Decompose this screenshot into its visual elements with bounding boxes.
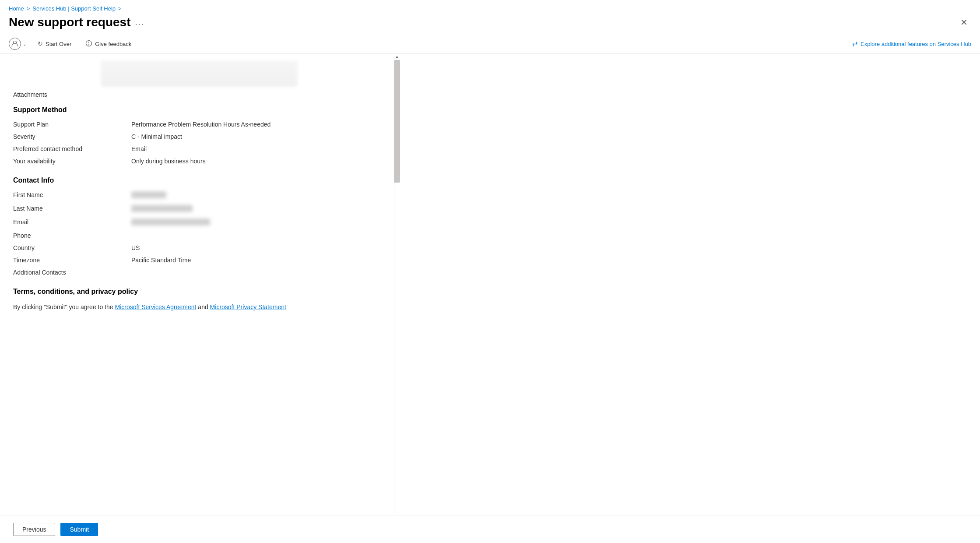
microsoft-services-agreement-link[interactable]: Microsoft Services Agreement	[115, 303, 197, 310]
phone-label: Phone	[13, 232, 131, 239]
submit-button[interactable]: Submit	[60, 523, 98, 536]
additional-contacts-row: Additional Contacts	[13, 269, 381, 276]
severity-row: Severity C - Minimal impact	[13, 133, 381, 140]
explore-services-link[interactable]: ⇄ Explore additional features on Service…	[852, 40, 971, 48]
contact-info-heading: Contact Info	[13, 176, 381, 184]
scrollbar-track[interactable]: ▲ ▼	[394, 54, 400, 527]
support-plan-value: Performance Problem Resolution Hours As-…	[131, 121, 270, 128]
start-over-button[interactable]: ↻ Start Over	[35, 39, 74, 49]
availability-value: Only during business hours	[131, 158, 206, 165]
terms-text: By clicking "Submit" you agree to the Mi…	[13, 303, 381, 312]
first-name-blurred	[131, 191, 166, 198]
scrollbar-thumb[interactable]	[394, 60, 400, 183]
svg-point-2	[88, 42, 89, 43]
page-title-ellipsis: ...	[135, 18, 144, 27]
scroll-up-button[interactable]: ▲	[394, 54, 400, 60]
country-label: Country	[13, 244, 131, 251]
first-name-row: First Name	[13, 191, 381, 200]
last-name-row: Last Name	[13, 205, 381, 213]
phone-row: Phone	[13, 232, 381, 239]
timezone-value: Pacific Standard Time	[131, 257, 191, 264]
footer: Previous Submit	[0, 515, 980, 543]
contact-method-row: Preferred contact method Email	[13, 145, 381, 152]
breadcrumb-sep1: >	[27, 5, 30, 12]
last-name-blurred	[131, 205, 193, 212]
email-label: Email	[13, 219, 131, 226]
content-area: Attachments Support Method Support Plan …	[0, 54, 394, 527]
breadcrumb-services-hub[interactable]: Services Hub | Support Self Help	[32, 5, 116, 12]
blurred-top-content	[101, 60, 298, 87]
feedback-icon	[85, 40, 92, 48]
main-content: Attachments Support Method Support Plan …	[0, 54, 980, 527]
availability-label: Your availability	[13, 158, 131, 165]
email-blurred	[131, 219, 210, 226]
terms-intro: By clicking "Submit" you agree to the	[13, 303, 115, 310]
support-plan-row: Support Plan Performance Problem Resolut…	[13, 121, 381, 128]
country-value: US	[131, 244, 140, 251]
close-button[interactable]: ✕	[957, 15, 971, 29]
email-row: Email	[13, 219, 381, 227]
severity-value: C - Minimal impact	[131, 133, 182, 140]
timezone-row: Timezone Pacific Standard Time	[13, 257, 381, 264]
give-feedback-button[interactable]: Give feedback	[83, 38, 134, 50]
user-menu[interactable]: ⌄	[9, 38, 26, 50]
first-name-value	[131, 191, 166, 200]
support-method-heading: Support Method	[13, 106, 381, 114]
title-row: New support request ... ✕	[9, 15, 971, 34]
contact-method-value: Email	[131, 145, 147, 152]
support-plan-label: Support Plan	[13, 121, 131, 128]
explore-icon: ⇄	[852, 40, 858, 48]
toolbar-left: ⌄ ↻ Start Over Give feedback	[9, 38, 134, 50]
first-name-label: First Name	[13, 191, 131, 198]
chevron-down-icon: ⌄	[23, 42, 26, 46]
page-header: Home > Services Hub | Support Self Help …	[0, 0, 980, 34]
give-feedback-label: Give feedback	[95, 41, 131, 47]
breadcrumb: Home > Services Hub | Support Self Help …	[9, 5, 971, 12]
toolbar: ⌄ ↻ Start Over Give feedback ⇄ Explore a…	[0, 34, 980, 54]
attachments-label: Attachments	[13, 91, 381, 98]
severity-label: Severity	[13, 133, 131, 140]
explore-label: Explore additional features on Services …	[861, 41, 971, 47]
timezone-label: Timezone	[13, 257, 131, 264]
page-title: New support request ...	[9, 15, 144, 29]
start-over-label: Start Over	[46, 41, 71, 47]
last-name-label: Last Name	[13, 205, 131, 212]
refresh-icon: ↻	[38, 40, 43, 47]
terms-heading: Terms, conditions, and privacy policy	[13, 288, 381, 296]
country-row: Country US	[13, 244, 381, 251]
breadcrumb-sep2: >	[118, 5, 122, 12]
microsoft-privacy-statement-link[interactable]: Microsoft Privacy Statement	[210, 303, 286, 310]
additional-contacts-label: Additional Contacts	[13, 269, 131, 276]
page-title-text: New support request	[9, 15, 130, 29]
terms-conjunction: and	[198, 303, 210, 310]
availability-row: Your availability Only during business h…	[13, 158, 381, 165]
email-value	[131, 219, 210, 227]
contact-method-label: Preferred contact method	[13, 145, 131, 152]
last-name-value	[131, 205, 193, 213]
previous-button[interactable]: Previous	[13, 523, 55, 536]
user-icon	[9, 38, 21, 50]
breadcrumb-home[interactable]: Home	[9, 5, 24, 12]
